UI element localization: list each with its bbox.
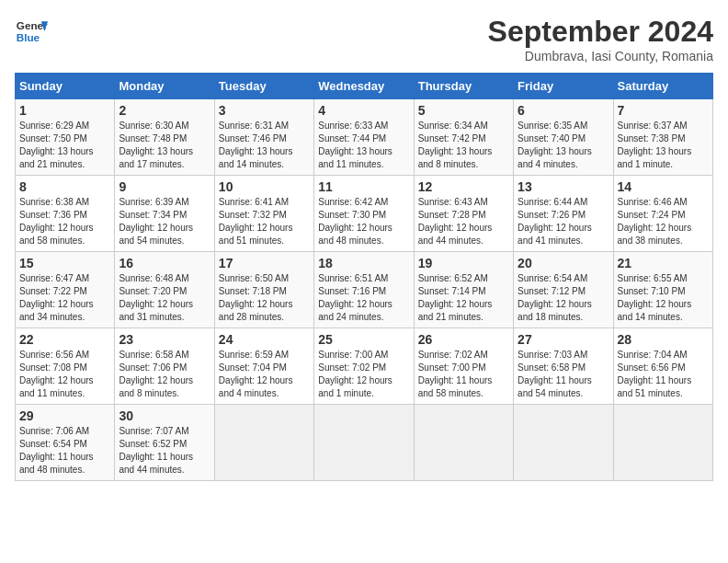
day-number: 11 <box>318 179 409 194</box>
day-number: 24 <box>219 332 310 347</box>
day-info: Sunrise: 6:44 AM Sunset: 7:26 PM Dayligh… <box>518 196 609 247</box>
day-info: Sunrise: 7:06 AM Sunset: 6:54 PM Dayligh… <box>19 425 110 477</box>
logo: General Blue <box>15 15 48 48</box>
day-info: Sunrise: 6:51 AM Sunset: 7:16 PM Dayligh… <box>318 272 409 324</box>
day-info: Sunrise: 6:56 AM Sunset: 7:08 PM Dayligh… <box>19 349 110 400</box>
calendar-cell: 14Sunrise: 6:46 AM Sunset: 7:24 PM Dayli… <box>613 176 712 252</box>
day-number: 6 <box>518 103 609 118</box>
calendar-cell: 10Sunrise: 6:41 AM Sunset: 7:32 PM Dayli… <box>214 176 313 252</box>
calendar-cell: 2Sunrise: 6:30 AM Sunset: 7:48 PM Daylig… <box>115 99 214 176</box>
day-number: 17 <box>219 256 310 270</box>
calendar-cell: 28Sunrise: 7:04 AM Sunset: 6:56 PM Dayli… <box>613 328 712 405</box>
day-number: 27 <box>518 332 609 347</box>
day-number: 7 <box>618 103 709 118</box>
day-number: 1 <box>19 103 110 118</box>
day-info: Sunrise: 6:54 AM Sunset: 7:12 PM Dayligh… <box>518 272 609 324</box>
day-number: 14 <box>618 179 709 194</box>
day-number: 12 <box>418 179 509 194</box>
calendar-cell: 30Sunrise: 7:07 AM Sunset: 6:52 PM Dayli… <box>115 405 214 481</box>
calendar-cell: 12Sunrise: 6:43 AM Sunset: 7:28 PM Dayli… <box>414 176 513 252</box>
day-number: 21 <box>618 256 709 270</box>
day-info: Sunrise: 6:52 AM Sunset: 7:14 PM Dayligh… <box>418 272 509 324</box>
calendar-week-1: 1Sunrise: 6:29 AM Sunset: 7:50 PM Daylig… <box>16 99 713 176</box>
day-info: Sunrise: 6:48 AM Sunset: 7:20 PM Dayligh… <box>119 272 210 324</box>
calendar-cell: 8Sunrise: 6:38 AM Sunset: 7:36 PM Daylig… <box>16 176 115 252</box>
day-number: 3 <box>219 103 310 118</box>
day-number: 16 <box>119 256 210 270</box>
calendar-cell <box>314 405 414 481</box>
day-info: Sunrise: 7:07 AM Sunset: 6:52 PM Dayligh… <box>119 425 210 477</box>
day-header-saturday: Saturday <box>613 74 712 99</box>
day-number: 20 <box>518 256 609 270</box>
day-info: Sunrise: 6:59 AM Sunset: 7:04 PM Dayligh… <box>219 349 310 400</box>
header: General Blue September 2024 Dumbrava, Ia… <box>15 15 713 63</box>
calendar-cell: 29Sunrise: 7:06 AM Sunset: 6:54 PM Dayli… <box>16 405 115 481</box>
day-info: Sunrise: 7:04 AM Sunset: 6:56 PM Dayligh… <box>618 349 709 400</box>
day-info: Sunrise: 7:02 AM Sunset: 7:00 PM Dayligh… <box>418 349 509 400</box>
calendar-cell: 7Sunrise: 6:37 AM Sunset: 7:38 PM Daylig… <box>613 99 712 176</box>
day-info: Sunrise: 6:50 AM Sunset: 7:18 PM Dayligh… <box>219 272 310 324</box>
calendar-week-4: 22Sunrise: 6:56 AM Sunset: 7:08 PM Dayli… <box>16 328 713 405</box>
calendar-cell: 24Sunrise: 6:59 AM Sunset: 7:04 PM Dayli… <box>214 328 313 405</box>
day-header-wednesday: Wednesday <box>314 74 414 99</box>
calendar-cell <box>613 405 712 481</box>
calendar-cell: 23Sunrise: 6:58 AM Sunset: 7:06 PM Dayli… <box>115 328 214 405</box>
day-info: Sunrise: 6:31 AM Sunset: 7:46 PM Dayligh… <box>219 120 310 171</box>
day-info: Sunrise: 6:41 AM Sunset: 7:32 PM Dayligh… <box>219 196 310 247</box>
calendar-cell: 3Sunrise: 6:31 AM Sunset: 7:46 PM Daylig… <box>214 99 313 176</box>
day-header-thursday: Thursday <box>414 74 513 99</box>
day-info: Sunrise: 7:00 AM Sunset: 7:02 PM Dayligh… <box>318 349 409 400</box>
day-number: 4 <box>318 103 409 118</box>
calendar-week-5: 29Sunrise: 7:06 AM Sunset: 6:54 PM Dayli… <box>16 405 713 481</box>
day-number: 25 <box>318 332 409 347</box>
location-subtitle: Dumbrava, Iasi County, Romania <box>488 49 713 63</box>
day-info: Sunrise: 7:03 AM Sunset: 6:58 PM Dayligh… <box>518 349 609 400</box>
calendar-cell: 15Sunrise: 6:47 AM Sunset: 7:22 PM Dayli… <box>16 252 115 328</box>
day-number: 26 <box>418 332 509 347</box>
day-info: Sunrise: 6:37 AM Sunset: 7:38 PM Dayligh… <box>618 120 709 171</box>
calendar-cell: 17Sunrise: 6:50 AM Sunset: 7:18 PM Dayli… <box>214 252 313 328</box>
calendar-week-3: 15Sunrise: 6:47 AM Sunset: 7:22 PM Dayli… <box>16 252 713 328</box>
day-info: Sunrise: 6:42 AM Sunset: 7:30 PM Dayligh… <box>318 196 409 247</box>
day-number: 29 <box>19 408 110 423</box>
day-number: 15 <box>19 256 110 270</box>
day-info: Sunrise: 6:46 AM Sunset: 7:24 PM Dayligh… <box>618 196 709 247</box>
calendar-cell <box>514 405 613 481</box>
day-info: Sunrise: 6:30 AM Sunset: 7:48 PM Dayligh… <box>119 120 210 171</box>
day-info: Sunrise: 6:55 AM Sunset: 7:10 PM Dayligh… <box>618 272 709 324</box>
calendar-cell: 1Sunrise: 6:29 AM Sunset: 7:50 PM Daylig… <box>16 99 115 176</box>
day-number: 28 <box>618 332 709 347</box>
calendar-cell: 26Sunrise: 7:02 AM Sunset: 7:00 PM Dayli… <box>414 328 513 405</box>
day-number: 18 <box>318 256 409 270</box>
day-number: 13 <box>518 179 609 194</box>
calendar-cell <box>414 405 513 481</box>
day-number: 8 <box>19 179 110 194</box>
title-area: September 2024 Dumbrava, Iasi County, Ro… <box>488 15 713 63</box>
day-header-friday: Friday <box>514 74 613 99</box>
day-header-sunday: Sunday <box>16 74 115 99</box>
day-number: 10 <box>219 179 310 194</box>
calendar-cell: 4Sunrise: 6:33 AM Sunset: 7:44 PM Daylig… <box>314 99 414 176</box>
day-number: 19 <box>418 256 509 270</box>
calendar-cell: 21Sunrise: 6:55 AM Sunset: 7:10 PM Dayli… <box>613 252 712 328</box>
day-header-monday: Monday <box>115 74 214 99</box>
calendar-cell: 16Sunrise: 6:48 AM Sunset: 7:20 PM Dayli… <box>115 252 214 328</box>
day-number: 9 <box>119 179 210 194</box>
calendar-table: SundayMondayTuesdayWednesdayThursdayFrid… <box>15 73 713 481</box>
calendar-cell: 20Sunrise: 6:54 AM Sunset: 7:12 PM Dayli… <box>514 252 613 328</box>
day-info: Sunrise: 6:34 AM Sunset: 7:42 PM Dayligh… <box>418 120 509 171</box>
calendar-cell: 19Sunrise: 6:52 AM Sunset: 7:14 PM Dayli… <box>414 252 513 328</box>
day-number: 5 <box>418 103 509 118</box>
month-title: September 2024 <box>488 15 713 49</box>
calendar-cell: 5Sunrise: 6:34 AM Sunset: 7:42 PM Daylig… <box>414 99 513 176</box>
calendar-cell: 11Sunrise: 6:42 AM Sunset: 7:30 PM Dayli… <box>314 176 414 252</box>
day-info: Sunrise: 6:35 AM Sunset: 7:40 PM Dayligh… <box>518 120 609 171</box>
calendar-week-2: 8Sunrise: 6:38 AM Sunset: 7:36 PM Daylig… <box>16 176 713 252</box>
calendar-cell: 22Sunrise: 6:56 AM Sunset: 7:08 PM Dayli… <box>16 328 115 405</box>
logo-icon: General Blue <box>15 15 48 48</box>
day-info: Sunrise: 6:29 AM Sunset: 7:50 PM Dayligh… <box>19 120 110 171</box>
day-info: Sunrise: 6:39 AM Sunset: 7:34 PM Dayligh… <box>119 196 210 247</box>
day-number: 22 <box>19 332 110 347</box>
calendar-cell: 25Sunrise: 7:00 AM Sunset: 7:02 PM Dayli… <box>314 328 414 405</box>
calendar-cell: 13Sunrise: 6:44 AM Sunset: 7:26 PM Dayli… <box>514 176 613 252</box>
